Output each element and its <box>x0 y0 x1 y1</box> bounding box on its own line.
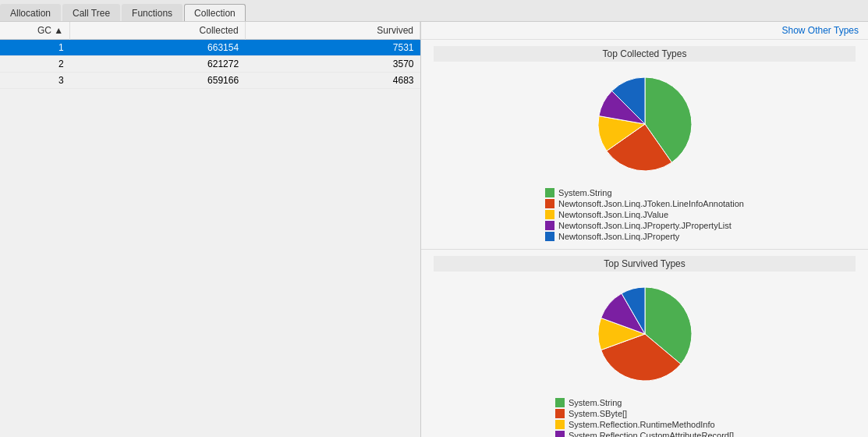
cell-survived: 4683 <box>245 73 420 89</box>
legend-label: Newtonsoft.Json.Linq.JValue <box>558 210 668 219</box>
legend-color-box <box>545 188 554 197</box>
legend-item: System.SByte[] <box>555 409 734 418</box>
col-collected[interactable]: Collected <box>70 22 245 40</box>
legend-item: System.String <box>555 398 734 407</box>
table-row[interactable]: 36591664683 <box>0 73 420 89</box>
tab-allocation[interactable]: Allocation <box>0 4 61 21</box>
cell-gc: 2 <box>0 56 70 73</box>
legend-color-box <box>555 409 565 418</box>
legend-label: Newtonsoft.Json.Linq.JProperty <box>558 232 679 241</box>
legend-label: System.String <box>569 398 622 407</box>
left-panel: GC ▲ Collected Survived 1663154753126212… <box>0 22 421 437</box>
top-collected-legend: System.StringNewtonsoft.Json.Linq.JToken… <box>545 188 744 243</box>
legend-item: System.Reflection.RuntimeMethodInfo <box>555 420 734 429</box>
legend-label: System.Reflection.CustomAttributeRecord[… <box>569 431 734 437</box>
table-header-row: GC ▲ Collected Survived <box>0 22 420 40</box>
tab-collection[interactable]: Collection <box>184 4 246 21</box>
legend-color-box <box>545 221 554 230</box>
cell-gc: 1 <box>0 40 70 56</box>
cell-collected: 663154 <box>70 40 245 56</box>
cell-gc: 3 <box>0 73 70 89</box>
col-survived[interactable]: Survived <box>245 22 420 40</box>
table-row[interactable]: 26212723570 <box>0 56 420 73</box>
tab-bar: Allocation Call Tree Functions Collectio… <box>0 0 868 22</box>
table-row[interactable]: 16631547531 <box>0 40 420 56</box>
legend-label: System.SByte[] <box>569 409 627 418</box>
legend-color-box <box>555 431 565 437</box>
legend-color-box <box>555 398 565 407</box>
table-container[interactable]: GC ▲ Collected Survived 1663154753126212… <box>0 22 420 437</box>
legend-item: Newtonsoft.Json.Linq.JProperty.JProperty… <box>545 221 744 230</box>
top-survived-title: Top Survived Types <box>434 256 856 272</box>
top-survived-chart: Top Survived Types System.StringSystem.S… <box>421 250 868 437</box>
legend-color-box <box>545 199 554 208</box>
show-other-types-button[interactable]: Show Other Types <box>421 22 868 40</box>
charts-column: Top Collected Types System.StringNewtons… <box>421 40 868 437</box>
gc-table: GC ▲ Collected Survived 1663154753126212… <box>0 22 420 89</box>
top-survived-legend: System.StringSystem.SByte[]System.Reflec… <box>555 398 734 437</box>
cell-survived: 3570 <box>245 56 420 73</box>
legend-label: System.String <box>558 188 611 197</box>
legend-label: System.Reflection.RuntimeMethodInfo <box>569 420 715 429</box>
legend-item: Newtonsoft.Json.Linq.JProperty <box>545 232 744 241</box>
cell-collected: 659166 <box>70 73 245 89</box>
cell-collected: 621272 <box>70 56 245 73</box>
legend-item: Newtonsoft.Json.Linq.JValue <box>545 210 744 219</box>
legend-color-box <box>545 232 554 241</box>
legend-label: Newtonsoft.Json.Linq.JProperty.JProperty… <box>558 221 732 230</box>
legend-item: System.Reflection.CustomAttributeRecord[… <box>555 431 734 437</box>
col-gc[interactable]: GC ▲ <box>0 22 70 40</box>
top-survived-pie <box>590 279 700 389</box>
top-collected-pie <box>590 69 700 179</box>
legend-color-box <box>545 210 554 219</box>
legend-color-box <box>555 420 565 429</box>
right-panel: Show Other Types Top Collected Types Sys… <box>421 22 868 437</box>
tab-call-tree[interactable]: Call Tree <box>62 4 120 21</box>
legend-item: Newtonsoft.Json.Linq.JToken.LineInfoAnno… <box>545 199 744 208</box>
top-collected-chart: Top Collected Types System.StringNewtons… <box>421 40 868 250</box>
legend-item: System.String <box>545 188 744 197</box>
cell-survived: 7531 <box>245 40 420 56</box>
tab-functions[interactable]: Functions <box>122 4 182 21</box>
main-content: GC ▲ Collected Survived 1663154753126212… <box>0 22 868 437</box>
legend-label: Newtonsoft.Json.Linq.JToken.LineInfoAnno… <box>558 199 744 208</box>
top-collected-title: Top Collected Types <box>434 46 856 62</box>
